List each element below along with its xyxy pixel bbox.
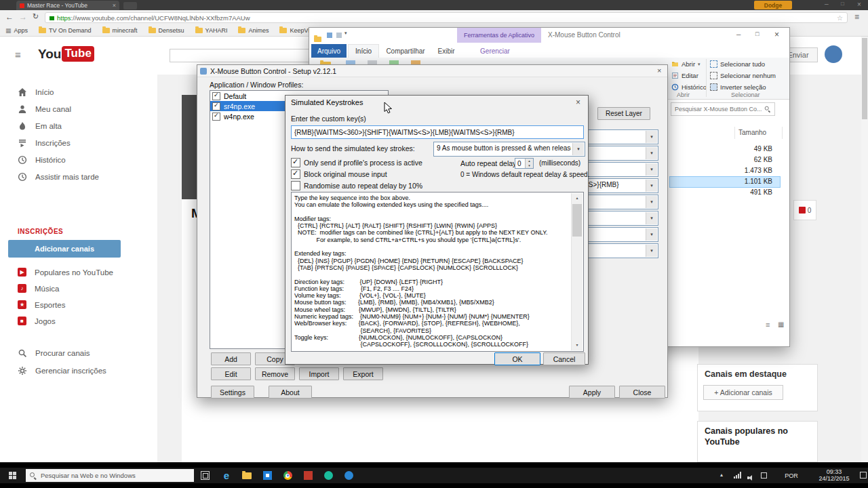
sidebar-item-historico[interactable]: Histórico [0, 151, 157, 168]
edit-button[interactable]: Edit [211, 367, 251, 380]
checkbox-randomise[interactable]: Randomise auto repeat delay by 10% [291, 181, 422, 190]
view-thumbnails-icon[interactable]: ▦ [778, 321, 784, 328]
custom-keys-input[interactable] [291, 125, 584, 139]
chevron-down-icon[interactable]: ▾ [646, 163, 657, 176]
sidebar-item-em-alta[interactable]: Em alta [0, 117, 157, 134]
page-scrollbar[interactable] [861, 37, 868, 462]
how-to-send-select[interactable]: 9 As mouse button is pressed & when rele… [433, 142, 585, 157]
bookmark-folder[interactable]: minecraft [102, 27, 138, 34]
cancel-button[interactable]: Cancel [543, 352, 585, 365]
url-bar[interactable]: https ://www.youtube.com/channel/UCFW8Nq… [45, 12, 848, 23]
task-view-button[interactable] [201, 471, 210, 480]
sidebar-item-assistir-mais-tarde[interactable]: Assistir mais tarde [0, 168, 157, 185]
taskbar-app-icon[interactable] [340, 468, 357, 483]
file-size[interactable]: 62 KB [684, 156, 772, 163]
tab-arquivo[interactable]: Arquivo [311, 44, 347, 58]
spinner-down-icon[interactable]: ▾ [525, 163, 533, 168]
dialog-title-bar[interactable]: Simulated Keystrokes × [285, 96, 588, 109]
browser-close-icon[interactable]: × [857, 1, 861, 8]
qat-dropdown-icon[interactable]: ▾ [344, 30, 347, 36]
checkbox-only-send[interactable]: Only send if profile's process is active [291, 158, 422, 167]
bookmark-star-icon[interactable]: ☆ [837, 14, 843, 22]
bookmark-folder[interactable]: Densetsu [149, 27, 184, 34]
sidebar-channel-musica[interactable]: ♪ Música [0, 280, 157, 297]
spinner-up-icon[interactable]: ▴ [525, 159, 533, 163]
settings-button[interactable]: Settings [211, 386, 254, 399]
qat-icon-1[interactable] [327, 33, 332, 38]
xmouse-close-icon[interactable]: × [657, 66, 661, 75]
checkbox-icon[interactable] [291, 158, 300, 167]
new-tab-button[interactable] [123, 2, 137, 9]
sidebar-item-procurar-canais[interactable]: Procurar canais [0, 344, 157, 361]
profile-checkbox[interactable] [212, 92, 220, 100]
avatar[interactable] [825, 45, 842, 63]
sidebar-item-inicio[interactable]: Início [0, 83, 157, 100]
tab-close-icon[interactable]: × [113, 2, 116, 9]
chevron-down-icon[interactable]: ▾ [572, 143, 584, 155]
chevron-down-icon[interactable]: ▾ [646, 245, 657, 257]
scroll-up-icon[interactable]: ▴ [572, 193, 583, 203]
qat-icon-2[interactable] [336, 33, 342, 38]
chevron-down-icon[interactable]: ▾ [646, 131, 657, 143]
import-button[interactable]: Import [299, 367, 339, 380]
chevron-down-icon[interactable]: ▾ [646, 228, 657, 241]
file-size[interactable]: 49 KB [684, 145, 772, 152]
action-center-icon[interactable] [860, 472, 867, 479]
explorer-search-box[interactable]: Pesquisar X-Mouse Button Co... [671, 102, 775, 116]
sidebar-item-gerenciar-inscricoes[interactable]: Gerenciar inscrições [0, 362, 157, 379]
file-size[interactable]: 1.473 KB [684, 167, 772, 174]
explorer-minimize-icon[interactable]: ─ [736, 31, 741, 38]
close-button[interactable]: Close [619, 386, 665, 399]
reload-icon[interactable]: ↻ [33, 12, 39, 21]
checkbox-icon[interactable] [291, 181, 300, 190]
reset-layer-button[interactable]: Reset Layer [597, 107, 650, 120]
add-channels-secondary-button[interactable]: + Adicionar canais [703, 385, 783, 400]
tab-compartilhar[interactable]: Compartilhar [380, 44, 431, 58]
forward-icon[interactable]: → [19, 12, 27, 22]
sidebar-item-inscricoes[interactable]: Inscrições [0, 134, 157, 151]
checkbox-block-input[interactable]: Block original mouse input [291, 169, 387, 179]
youtube-logo[interactable]: You Tube [38, 46, 94, 62]
browser-menu-icon[interactable]: ≡ [854, 12, 859, 22]
size-column-header[interactable]: Tamanho [738, 129, 766, 136]
profile-checkbox[interactable] [212, 113, 220, 121]
tray-volume-icon[interactable] [747, 474, 754, 481]
help-scrollbar[interactable]: ▴ ▾ [571, 193, 583, 350]
tab-exibir[interactable]: Exibir [432, 44, 460, 58]
dialog-close-icon[interactable]: × [576, 98, 580, 107]
taskbar-app-store[interactable] [259, 468, 275, 483]
scrollbar-thumb[interactable] [862, 38, 867, 119]
ribbon-history-button[interactable]: Histórico [671, 83, 707, 91]
tab-gerenciar[interactable]: Gerenciar [475, 44, 515, 58]
tray-language-indicator[interactable]: POR [781, 468, 802, 483]
notification-card[interactable]: 0 [793, 200, 816, 220]
file-size[interactable]: 491 KB [684, 188, 772, 196]
explorer-close-icon[interactable]: × [774, 30, 779, 39]
ribbon-invert-selection-button[interactable]: Inverter seleção [710, 83, 766, 91]
chevron-down-icon[interactable]: ▾ [646, 212, 657, 224]
checkbox-icon[interactable] [291, 169, 300, 179]
chevron-down-icon[interactable]: ▾ [646, 147, 657, 159]
ribbon-select-none-button[interactable]: Selecionar nenhum [710, 72, 776, 79]
ribbon-select-all-button[interactable]: Selecionar tudo [710, 60, 765, 68]
view-list-icon[interactable]: ≡ [766, 321, 770, 329]
start-button[interactable] [0, 468, 24, 483]
browser-tab[interactable]: Master Race - YouTube × [16, 1, 119, 10]
sidebar-channel-esportes[interactable]: ★ Esportes [0, 296, 157, 313]
chevron-down-icon[interactable]: ▾ [646, 180, 657, 192]
scroll-down-icon[interactable]: ▾ [572, 340, 583, 350]
sidebar-channel-jogos[interactable]: ■ Jogos [0, 312, 157, 329]
scrollbar-thumb[interactable] [572, 204, 582, 237]
remove-button[interactable]: Remove [255, 367, 295, 380]
profile-checkbox[interactable] [212, 102, 220, 110]
tray-network-icon[interactable] [734, 472, 741, 479]
taskbar-app-icon[interactable] [320, 468, 336, 483]
explorer-maximize-icon[interactable]: □ [755, 30, 759, 37]
add-button[interactable]: Add [211, 352, 251, 365]
tray-chevron-icon[interactable]: ▴ [720, 472, 723, 478]
auto-repeat-spinner[interactable]: 0 ▴ ▾ [515, 158, 534, 169]
about-button[interactable]: About [269, 386, 312, 399]
bookmark-folder[interactable]: YAHARI [195, 27, 228, 34]
taskbar-app-chrome[interactable] [279, 468, 296, 483]
sidebar-item-meu-canal[interactable]: Meu canal [0, 100, 157, 117]
